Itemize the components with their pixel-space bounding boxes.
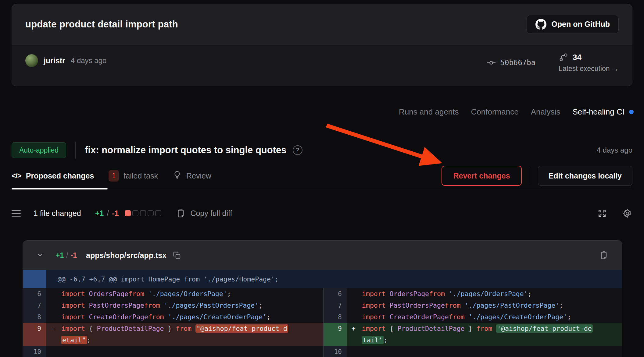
file-stats-slash: / — [66, 251, 68, 260]
page-title: update product detail import path — [25, 19, 178, 30]
hunk-text: @@ -6,7 +6,7 @@ import HomePage from './… — [46, 270, 622, 288]
branch-icon — [559, 52, 568, 62]
deletions-count: -1 — [112, 209, 119, 218]
help-icon[interactable]: ? — [293, 145, 302, 155]
diff-row: 9-import { ProductDetailPage } from "@ai… — [23, 323, 323, 346]
code-line: import OrdersPagefrom './pages/OrdersPag… — [347, 288, 622, 300]
code-line: import PastOrdersPagefrom './pages/PastO… — [347, 300, 622, 311]
copy-full-diff-button[interactable]: Copy full diff — [176, 208, 232, 218]
active-tab-underline — [12, 188, 108, 189]
file-diff-panel: +1 / -1 apps/shop/src/app.tsx @@ -6,7 +6… — [23, 240, 622, 357]
nav-analysis[interactable]: Analysis — [531, 107, 560, 117]
github-button-label: Open on GitHub — [551, 20, 610, 29]
tab-proposed-label: Proposed changes — [26, 171, 94, 180]
failed-count-badge: 1 — [109, 170, 119, 182]
diff-toolbar: 1 file changed +1 / -1 Copy full diff — [12, 202, 632, 224]
diff-marker: - — [51, 323, 55, 334]
lightbulb-icon — [173, 170, 182, 181]
auto-applied-badge: Auto-applied — [12, 142, 66, 158]
copy-path-icon[interactable] — [173, 251, 181, 260]
diff-marker: + — [352, 323, 356, 334]
file-additions: +1 — [56, 251, 64, 260]
stats-slash: / — [107, 209, 109, 218]
files-changed-label: 1 file changed — [34, 209, 81, 218]
notification-dot — [629, 110, 634, 114]
divider — [530, 168, 530, 184]
diff-row: 10 — [23, 346, 323, 357]
commit-card: update product detail import path Open o… — [12, 4, 632, 86]
nav-runs-and-agents[interactable]: Runs and agents — [399, 107, 459, 117]
edit-changes-locally-button[interactable]: Edit changes locally — [538, 166, 632, 186]
diff-row: 7import PastOrdersPagefrom './pages/Past… — [324, 300, 622, 311]
gear-icon[interactable] — [622, 208, 632, 218]
code-line: import CreateOrderPagefrom './pages/Crea… — [46, 311, 323, 323]
diff-pane-right: 6import OrdersPagefrom './pages/OrdersPa… — [323, 288, 622, 357]
line-number: 9 — [324, 323, 347, 346]
commit-icon — [486, 58, 496, 68]
execution-count: 34 — [573, 53, 581, 62]
line-number: 6 — [23, 288, 46, 300]
diff-row: 9+import { ProductDetailPage } from '@ai… — [324, 323, 622, 346]
open-on-github-button[interactable]: Open on GitHub — [527, 15, 619, 34]
authored-time: 4 days ago — [71, 56, 106, 65]
divider — [12, 190, 632, 190]
tab-failed-task[interactable]: 1 failed task — [109, 170, 158, 182]
code-line: import OrdersPagefrom './pages/OrdersPag… — [46, 288, 323, 300]
clipboard-icon — [176, 208, 186, 218]
github-icon — [535, 19, 546, 30]
chevron-down-icon[interactable] — [36, 250, 44, 260]
fix-title: fix: normalize import quotes to single q… — [85, 145, 286, 156]
code-icon: </> — [12, 171, 21, 180]
top-nav: Runs and agents Conformance Analysis Sel… — [399, 107, 634, 117]
code-line — [347, 346, 622, 357]
line-number: 8 — [324, 311, 347, 323]
change-block — [132, 210, 138, 216]
page: update product detail import path Open o… — [0, 0, 644, 357]
nav-conformance[interactable]: Conformance — [471, 107, 519, 117]
line-number: 9 — [23, 323, 46, 346]
diff-row: 6import OrdersPagefrom './pages/OrdersPa… — [23, 288, 323, 300]
avatar — [25, 54, 38, 67]
copy-full-diff-label: Copy full diff — [190, 209, 232, 218]
hunk-header: @@ -6,7 +6,7 @@ import HomePage from './… — [23, 270, 622, 288]
file-deletions: -1 — [71, 251, 77, 260]
tab-review[interactable]: Review — [173, 170, 211, 181]
line-number: 10 — [324, 346, 347, 357]
code-line: import CreateOrderPagefrom './pages/Crea… — [347, 311, 622, 323]
code-line — [46, 346, 323, 357]
copy-file-diff-icon[interactable] — [599, 250, 609, 260]
author-name: juristr — [44, 56, 65, 65]
file-list-menu-icon[interactable] — [12, 210, 21, 217]
diff-row: 8import CreateOrderPagefrom './pages/Cre… — [324, 311, 622, 323]
latest-execution-link[interactable]: Latest execution → — [559, 65, 619, 73]
additions-count: +1 — [95, 209, 104, 218]
revert-changes-button[interactable]: Revert changes — [442, 166, 521, 186]
diff-row: 7import PastOrdersPagefrom './pages/Past… — [23, 300, 323, 311]
nav-self-healing-ci-label: Self-healing CI — [572, 107, 624, 117]
fix-time: 4 days ago — [597, 146, 632, 154]
diff-row: 8import CreateOrderPagefrom './pages/Cre… — [23, 311, 323, 323]
fix-header: Auto-applied fix: normalize import quote… — [12, 141, 632, 159]
hunk-gutter — [23, 270, 46, 288]
divider — [75, 142, 76, 159]
tab-row: </> Proposed changes 1 failed task Revie… — [12, 165, 632, 186]
diff-row: 6import OrdersPagefrom './pages/OrdersPa… — [324, 288, 622, 300]
line-number: 7 — [324, 300, 347, 311]
change-block — [148, 210, 154, 216]
change-block — [140, 210, 146, 216]
expand-icon[interactable] — [597, 208, 607, 218]
commit-hash-text: 50b667ba — [500, 58, 536, 67]
file-header[interactable]: +1 / -1 apps/shop/src/app.tsx — [23, 241, 622, 270]
change-blocks — [125, 210, 161, 216]
nav-self-healing-ci[interactable]: Self-healing CI — [572, 107, 634, 117]
diff-pane-left: 6import OrdersPagefrom './pages/OrdersPa… — [23, 288, 323, 357]
code-line: -import { ProductDetailPage } from "@ais… — [46, 323, 323, 346]
diff-row: 10 — [324, 346, 622, 357]
commit-hash[interactable]: 50b667ba — [486, 52, 536, 73]
diff-panes: 6import OrdersPagefrom './pages/OrdersPa… — [23, 288, 622, 357]
line-number: 8 — [23, 311, 46, 323]
tab-proposed-changes[interactable]: </> Proposed changes — [12, 171, 94, 180]
change-block — [155, 210, 161, 216]
file-name: apps/shop/src/app.tsx — [86, 251, 166, 260]
line-number: 6 — [324, 288, 347, 300]
